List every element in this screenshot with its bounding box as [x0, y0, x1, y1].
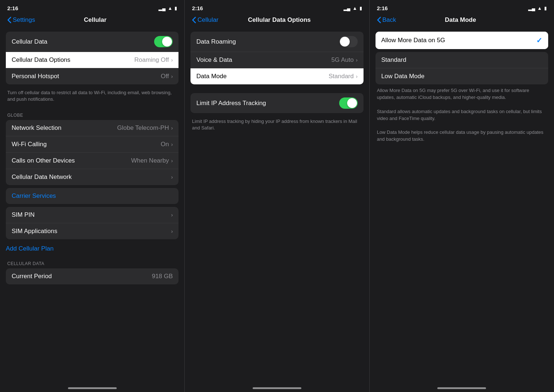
- list-item-network-selection[interactable]: Network Selection Globe Telecom-PH ›: [6, 120, 178, 136]
- battery-icon-1: ▮: [174, 5, 177, 11]
- chevron-icon-9: ›: [356, 57, 358, 63]
- list-item-personal-hotspot[interactable]: Personal Hotspot Off ›: [6, 68, 178, 84]
- cellular-data-options-right: Roaming Off ›: [135, 56, 173, 64]
- chevron-icon-10: ›: [356, 73, 358, 79]
- status-time-3: 2:16: [377, 5, 388, 11]
- chevron-icon-5: ›: [171, 158, 173, 164]
- list-item-data-mode[interactable]: Data Mode Standard ›: [190, 68, 363, 84]
- panel1-content: Cellular Data Cellular Data Options Roam…: [0, 27, 184, 392]
- chevron-icon-8: ›: [171, 228, 173, 234]
- home-indicator-3: [437, 387, 486, 389]
- allow-more-data-label: Allow More Data on 5G: [381, 37, 536, 44]
- status-time-1: 2:16: [7, 5, 18, 11]
- chevron-icon-2: ›: [171, 73, 173, 79]
- carrier-services-group: Carrier Services: [6, 188, 178, 204]
- cellular-data-section-header: CELLULAR DATA: [0, 255, 184, 268]
- wifi-icon-1: ▲: [168, 5, 172, 11]
- status-icons-3: ▂▄ ▲ ▮: [528, 5, 547, 11]
- personal-hotspot-value: Off: [161, 73, 169, 80]
- list-item-limit-ip[interactable]: Limit IP Address Tracking: [190, 93, 363, 113]
- status-bar-2: 2:16 ▂▄ ▲ ▮: [185, 0, 369, 13]
- home-indicator-1: [68, 387, 117, 389]
- current-period-label: Current Period: [12, 273, 152, 280]
- low-data-description: Low Data Mode helps reduce cellular data…: [370, 126, 554, 146]
- wifi-icon-3: ▲: [537, 5, 542, 11]
- other-data-modes-group: Standard Low Data Mode: [376, 52, 548, 84]
- list-item-cellular-data-network[interactable]: Cellular Data Network ›: [6, 169, 178, 185]
- chevron-icon-7: ›: [171, 212, 173, 218]
- nav-back-1[interactable]: Settings: [7, 16, 35, 24]
- battery-icon-2: ▮: [360, 5, 362, 11]
- list-item-allow-more-data[interactable]: Allow More Data on 5G ✓: [376, 32, 548, 49]
- back-chevron-icon-2: [192, 17, 196, 23]
- standard-description: Standard allows automatic updates and ba…: [370, 105, 554, 125]
- list-item-sim-apps[interactable]: SIM Applications ›: [6, 223, 178, 239]
- chevron-icon-4: ›: [171, 141, 173, 147]
- panel-cellular: 2:16 ▂▄ ▲ ▮ Settings Cellular Cellular D…: [0, 0, 185, 392]
- list-item-wifi-calling[interactable]: Wi-Fi Calling On ›: [6, 136, 178, 153]
- list-item-calls-other[interactable]: Calls on Other Devices When Nearby ›: [6, 153, 178, 169]
- sim-pin-label: SIM PIN: [12, 211, 171, 219]
- signal-icon-1: ▂▄: [158, 5, 165, 11]
- limit-ip-label: Limit IP Address Tracking: [196, 100, 339, 107]
- list-item-data-roaming[interactable]: Data Roaming: [190, 32, 363, 52]
- chevron-icon-3: ›: [171, 125, 173, 131]
- cellular-data-options-label: Cellular Data Options: [12, 56, 135, 64]
- cellular-description: Turn off cellular data to restrict all d…: [0, 87, 184, 107]
- chevron-icon: ›: [171, 57, 173, 63]
- panel-cellular-data-options: 2:16 ▂▄ ▲ ▮ Cellular Cellular Data Optio…: [185, 0, 369, 392]
- cellular-data-options-value: Roaming Off: [135, 56, 169, 64]
- limit-ip-toggle[interactable]: [339, 97, 358, 109]
- sim-group: SIM PIN › SIM Applications ›: [6, 207, 178, 239]
- nav-bar-3: Back Data Mode: [370, 13, 554, 27]
- wifi-icon-2: ▲: [353, 5, 357, 11]
- limit-ip-group: Limit IP Address Tracking: [190, 93, 363, 113]
- voice-data-value: 5G Auto: [332, 56, 354, 64]
- current-period-right: 918 GB: [152, 273, 173, 280]
- cellular-data-toggle[interactable]: [154, 36, 173, 47]
- list-item-standard[interactable]: Standard: [376, 52, 548, 68]
- status-time-2: 2:16: [192, 5, 203, 11]
- network-selection-right: Globe Telecom-PH ›: [117, 124, 173, 132]
- checkmark-icon: ✓: [536, 36, 542, 45]
- allow-more-data-description: Allow More Data on 5G may prefer 5G over…: [370, 84, 554, 104]
- panel2-content: Data Roaming Voice & Data 5G Auto › Data…: [185, 27, 369, 392]
- carrier-services-label: Carrier Services: [12, 192, 173, 200]
- nav-back-2[interactable]: Cellular: [192, 16, 218, 24]
- sim-pin-right: ›: [171, 212, 173, 218]
- chevron-icon-6: ›: [171, 174, 173, 180]
- sim-apps-right: ›: [171, 228, 173, 234]
- list-item-current-period: Current Period 918 GB: [6, 268, 178, 284]
- list-item-low-data-mode[interactable]: Low Data Mode: [376, 68, 548, 84]
- data-roaming-label: Data Roaming: [196, 38, 339, 45]
- data-mode-value: Standard: [329, 73, 354, 80]
- back-chevron-icon-3: [377, 17, 381, 23]
- status-bar-3: 2:16 ▂▄ ▲ ▮: [370, 0, 554, 13]
- toggle-knob-2: [340, 37, 350, 47]
- wifi-calling-label: Wi-Fi Calling: [12, 141, 161, 148]
- cellular-data-label: Cellular Data: [12, 38, 154, 45]
- panel-data-mode: 2:16 ▂▄ ▲ ▮ Back Data Mode Allow More Da…: [370, 0, 554, 392]
- status-icons-1: ▂▄ ▲ ▮: [158, 5, 177, 11]
- list-item-sim-pin[interactable]: SIM PIN ›: [6, 207, 178, 223]
- data-roaming-toggle[interactable]: [339, 36, 358, 47]
- data-mode-label: Data Mode: [196, 73, 329, 80]
- add-cellular-plan-label[interactable]: Add Cellular Plan: [6, 245, 53, 252]
- list-item-voice-data[interactable]: Voice & Data 5G Auto ›: [190, 52, 363, 68]
- wifi-calling-right: On ›: [161, 141, 173, 148]
- cellular-main-group: Cellular Data Cellular Data Options Roam…: [6, 32, 178, 84]
- cellular-data-network-right: ›: [171, 174, 173, 180]
- status-icons-2: ▂▄ ▲ ▮: [344, 5, 362, 11]
- nav-title-1: Cellular: [84, 16, 107, 24]
- nav-bar-2: Cellular Cellular Data Options: [185, 13, 369, 27]
- globe-section-header: GLOBE: [0, 107, 184, 120]
- toggle-knob: [162, 37, 172, 47]
- selected-data-mode-row: Allow More Data on 5G ✓: [376, 32, 548, 49]
- network-selection-value: Globe Telecom-PH: [117, 124, 169, 132]
- list-item-cellular-data-options[interactable]: Cellular Data Options Roaming Off ›: [6, 52, 178, 68]
- back-chevron-icon-1: [7, 17, 11, 23]
- nav-back-3[interactable]: Back: [377, 16, 396, 24]
- list-item-cellular-data[interactable]: Cellular Data: [6, 32, 178, 52]
- list-item-carrier-services[interactable]: Carrier Services: [6, 188, 178, 204]
- add-plan-container: Add Cellular Plan: [6, 245, 178, 252]
